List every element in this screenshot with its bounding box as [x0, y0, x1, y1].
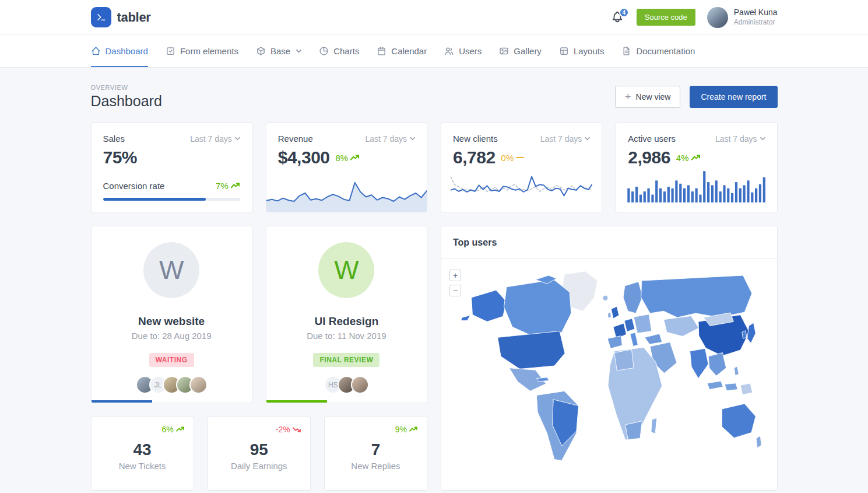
tabler-logo-icon[interactable]	[91, 7, 111, 27]
project-card-new-website: W New website Due to: 28 Aug 2019 WAITIN…	[91, 226, 252, 403]
daily-earnings-value: 95	[217, 440, 301, 459]
card-title: Revenue	[278, 134, 313, 144]
create-new-report-button[interactable]: Create new report	[690, 86, 777, 108]
chevron-down-icon	[760, 137, 765, 141]
nav-label: Charts	[333, 46, 359, 56]
notifications-bell-icon[interactable]: 4	[611, 11, 625, 25]
nav-item-charts[interactable]: Charts	[319, 35, 359, 67]
revenue-card: Revenue Last 7 days $4,300 8%	[266, 123, 427, 212]
main-nav: Dashboard Form elements Base Charts Ca	[0, 35, 868, 68]
map-zoom-out-button[interactable]: −	[449, 285, 461, 296]
period-dropdown[interactable]: Last 7 days	[190, 134, 240, 144]
daily-earnings-label: Daily Earnings	[217, 461, 301, 471]
trending-up-icon	[350, 155, 360, 161]
users-icon	[444, 46, 454, 56]
user-name: Paweł Kuna	[734, 8, 778, 18]
image-icon	[499, 46, 509, 56]
period-dropdown[interactable]: Last 7 days	[715, 134, 765, 144]
new-replies-value: 7	[334, 440, 417, 459]
revenue-sparkline-chart	[266, 178, 427, 212]
revenue-value: $4,300	[278, 148, 330, 167]
card-title: New clients	[453, 134, 498, 144]
new-tickets-trend: 6%	[161, 425, 184, 434]
user-role: Administrator	[734, 18, 778, 27]
trending-up-icon	[691, 155, 701, 161]
conversion-progress-bar	[103, 198, 206, 201]
nav-item-gallery[interactable]: Gallery	[499, 35, 542, 67]
nav-item-form-elements[interactable]: Form elements	[166, 35, 238, 67]
choropleth-world-map	[446, 265, 772, 473]
world-map[interactable]: + −	[441, 259, 777, 490]
nav-label: Gallery	[514, 46, 542, 56]
project-name: UI Redesign	[266, 315, 427, 328]
conversion-rate-label: Conversion rate	[103, 181, 165, 191]
nav-item-users[interactable]: Users	[444, 35, 482, 67]
card-title: Sales	[103, 134, 125, 144]
new-clients-trend: 0%	[501, 153, 525, 163]
project-due-date: Due to: 11 Nov 2019	[266, 331, 427, 341]
check-square-icon	[166, 46, 175, 56]
new-replies-card: 9% 7 New Replies	[324, 417, 427, 491]
active-users-trend: 4%	[676, 153, 701, 163]
sales-value: 75%	[103, 148, 138, 167]
map-zoom-in-button[interactable]: +	[449, 270, 461, 281]
file-text-icon	[621, 46, 631, 56]
nav-label: Dashboard	[106, 46, 148, 56]
conversion-progress	[103, 198, 240, 201]
project-initial-avatar: W	[143, 242, 199, 298]
new-replies-label: New Replies	[334, 461, 417, 471]
home-icon	[91, 46, 101, 56]
source-code-button[interactable]: Source code	[637, 9, 695, 26]
minus-icon	[516, 156, 524, 159]
card-title: Active users	[628, 134, 676, 144]
project-progress-bar	[266, 400, 328, 403]
nav-label: Layouts	[574, 46, 605, 56]
project-name: New website	[92, 315, 252, 328]
nav-label: Base	[270, 46, 290, 56]
top-header: tabler 4 Source code Paweł Kuna Administ…	[0, 0, 868, 35]
nav-label: Calendar	[391, 46, 427, 56]
new-view-button[interactable]: + New view	[615, 86, 680, 108]
mini-stats-row: 6% 43 New Tickets -2% 95 Daily Earnings	[91, 417, 428, 491]
team-avatars: HS	[266, 376, 427, 394]
avatar[interactable]	[189, 376, 208, 394]
project-due-date: Due to: 28 Aug 2019	[92, 331, 252, 341]
map-card-title: Top users	[453, 237, 497, 248]
period-dropdown[interactable]: Last 7 days	[540, 134, 591, 144]
active-users-card: Active users Last 7 days 2,986 4%	[616, 123, 777, 212]
project-card-ui-redesign: W UI Redesign Due to: 11 Nov 2019 FINAL …	[266, 226, 427, 403]
period-dropdown[interactable]: Last 7 days	[365, 134, 415, 144]
nav-label: Form elements	[180, 46, 238, 56]
sales-card: Sales Last 7 days 75% Conversion rate 7%	[91, 123, 252, 212]
new-tickets-label: New Tickets	[101, 461, 184, 471]
user-menu[interactable]: Paweł Kuna Administrator	[707, 7, 778, 28]
nav-label: Users	[459, 46, 482, 56]
nav-item-base[interactable]: Base	[256, 35, 301, 67]
user-avatar	[707, 7, 728, 28]
nav-item-documentation[interactable]: Documentation	[621, 35, 695, 67]
new-clients-value: 6,782	[453, 148, 496, 167]
status-badge: FINAL REVIEW	[313, 353, 379, 367]
nav-item-layouts[interactable]: Layouts	[559, 35, 605, 67]
team-avatars: JL	[92, 376, 252, 394]
brand-name[interactable]: tabler	[117, 10, 151, 25]
top-users-card: Top users + −	[441, 226, 778, 491]
avatar[interactable]	[351, 376, 369, 394]
revenue-trend: 8%	[336, 153, 360, 163]
nav-item-dashboard[interactable]: Dashboard	[91, 35, 148, 67]
trending-up-icon	[176, 426, 185, 432]
daily-earnings-trend: -2%	[276, 425, 301, 434]
new-tickets-card: 6% 43 New Tickets	[91, 417, 194, 491]
new-view-label: New view	[636, 92, 671, 102]
conversion-trend: 7%	[216, 181, 240, 191]
active-users-bar-chart	[627, 169, 766, 202]
trending-up-icon	[409, 426, 418, 432]
trending-up-icon	[231, 183, 240, 189]
trending-down-icon	[293, 426, 301, 432]
package-icon	[256, 46, 266, 56]
chevron-down-icon	[296, 49, 301, 53]
plus-icon: +	[625, 92, 631, 102]
nav-item-calendar[interactable]: Calendar	[377, 35, 427, 67]
nav-label: Documentation	[636, 46, 695, 56]
notification-count-badge: 4	[619, 8, 629, 18]
